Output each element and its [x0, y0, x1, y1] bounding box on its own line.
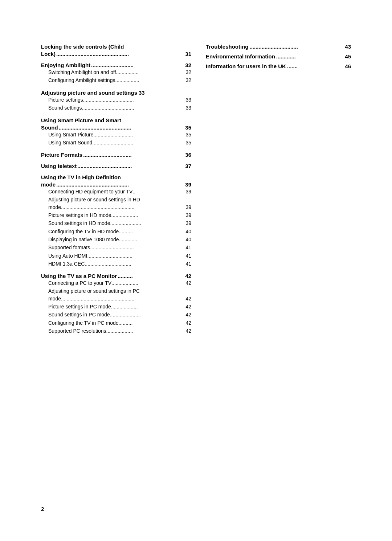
- hd-sub8-dots: ................................: [87, 252, 185, 260]
- smart-dots: ........................................…: [59, 124, 185, 131]
- environmental-page: 45: [345, 53, 351, 60]
- ambilight-sub2: Configuring Ambilight settings .........…: [41, 76, 191, 84]
- ambilight-heading: Enjoying Ambilight: [41, 62, 90, 68]
- pc-sub2-text1: Adjusting picture or sound settings in P…: [48, 287, 140, 295]
- hd-sub6-dots: .............: [119, 235, 186, 243]
- smart-sub1-dots: ............................: [93, 131, 185, 139]
- section-picture-formats: Picture Formats ........................…: [41, 152, 191, 158]
- section-troubleshooting: Troubleshooting ........................…: [206, 44, 351, 50]
- smart-heading-row2: Sound ..................................…: [41, 124, 191, 131]
- hd-sub9-text: HDMI 1.3a CEC: [48, 260, 85, 268]
- troubleshooting-heading: Troubleshooting: [206, 44, 249, 50]
- pc-sub4-dots: ......................: [110, 311, 186, 319]
- locking-heading-line2: Lock): [41, 51, 56, 57]
- smart-sub2-dots: .............................: [92, 139, 185, 147]
- pc-heading: Using the TV as a PC Monitor: [41, 273, 117, 279]
- section-pc-monitor: Using the TV as a PC Monitor .......... …: [41, 273, 191, 335]
- hd-sub4-dots: ......................: [110, 219, 185, 227]
- hd-sub9-page: 41: [185, 260, 191, 268]
- ambilight-sub2-text: Configuring Ambilight settings: [48, 76, 115, 84]
- hd-sub7: Supported formats ......................…: [41, 243, 191, 251]
- smart-sub2-text: Using Smart Sound: [48, 139, 92, 147]
- picture-sub1-text: Picture settings: [48, 96, 83, 104]
- picture-sound-heading-row: Adjusting picture and sound settings 33: [41, 90, 191, 96]
- pc-sub1-text: Connecting a PC to your TV: [48, 279, 111, 287]
- hd-heading-row2: mode ...................................…: [41, 181, 191, 188]
- pc-sub2-row1: Adjusting picture or sound settings in P…: [48, 287, 191, 295]
- hd-sub1-page: 39: [185, 188, 191, 196]
- hd-sub6: Displaying in native 1080 mode .........…: [41, 235, 191, 243]
- pc-sub6-dots: ...................: [106, 327, 186, 335]
- hd-sub3-text: Picture settings in HD mode: [48, 211, 111, 219]
- hd-sub4: Sound settings in HD mode ..............…: [41, 219, 191, 227]
- ambilight-sub2-page: 32: [185, 76, 191, 84]
- pc-sub3: Picture settings in PC mode ............…: [41, 303, 191, 311]
- pc-sub2-text2: mode: [48, 295, 61, 303]
- section-uk-info: Information for users in the UK ....... …: [206, 63, 351, 69]
- pc-sub4-text: Sound settings in PC mode: [48, 311, 110, 319]
- left-column: Locking the side controls (Child Lock) .…: [41, 44, 191, 495]
- picture-sub1: Picture settings .......................…: [41, 96, 191, 104]
- smart-sub2: Using Smart Sound ......................…: [41, 139, 191, 147]
- uk-info-dots: .......: [287, 63, 344, 69]
- pc-sub3-dots: ...................: [111, 303, 186, 311]
- smart-sub1: Using Smart Picture ....................…: [41, 131, 191, 139]
- pc-sub5-page: 42: [185, 319, 191, 327]
- pc-sub1-page: 42: [185, 279, 191, 287]
- section-teletext: Using teletext .........................…: [41, 163, 191, 169]
- picture-sub1-dots: ....................................: [83, 96, 186, 104]
- section-environmental: Environmental Information ............. …: [206, 53, 351, 60]
- hd-sub1: Connecting HD equipment to your TV .. 39: [41, 188, 191, 196]
- hd-sub2-text: Adjusting picture or sound settings in H…: [48, 196, 140, 204]
- right-column: Troubleshooting ........................…: [206, 44, 351, 495]
- section-picture-sound: Adjusting picture and sound settings 33 …: [41, 90, 191, 112]
- locking-heading: Locking the side controls (Child: [41, 44, 191, 50]
- picture-sound-page: 33: [139, 90, 145, 96]
- hd-sub9: HDMI 1.3a CEC ..........................…: [41, 260, 191, 268]
- hd-sub3-page: 39: [185, 211, 191, 219]
- picture-formats-page: 36: [185, 152, 191, 158]
- ambilight-sub1: Switching Ambilight on and off .........…: [41, 68, 191, 76]
- hd-sub8: Using Auto HDMI ........................…: [41, 252, 191, 260]
- hd-sub2-text2: mode: [48, 204, 61, 211]
- teletext-heading-row: Using teletext .........................…: [41, 163, 191, 169]
- hd-heading-line2: mode: [41, 181, 56, 188]
- page: Locking the side controls (Child Lock) .…: [0, 0, 392, 541]
- pc-sub2-row2: mode ...................................…: [48, 295, 191, 303]
- picture-formats-heading: Picture Formats: [41, 152, 82, 158]
- hd-dots: ........................................…: [56, 181, 184, 188]
- hd-sub8-text: Using Auto HDMI: [48, 252, 87, 260]
- hd-page: 39: [185, 181, 191, 188]
- picture-sound-heading: Adjusting picture and sound settings: [41, 90, 137, 96]
- sound-sub1: Sound settings .........................…: [41, 104, 191, 112]
- hd-heading-line1: Using the TV in High Definition: [41, 174, 121, 180]
- pc-sub4: Sound settings in PC mode ..............…: [41, 311, 191, 319]
- hd-sub1-dots: ..: [132, 188, 185, 196]
- troubleshooting-dots: ................................: [250, 44, 344, 50]
- pc-sub2-dots: ........................................…: [61, 295, 185, 303]
- ambilight-sub1-dots: ................: [116, 68, 186, 76]
- hd-sub2-row2: mode ...................................…: [48, 204, 191, 211]
- pc-sub5-dots: ..........: [119, 319, 186, 327]
- hd-sub2-row: Adjusting picture or sound settings in H…: [48, 196, 191, 204]
- teletext-heading: Using teletext: [41, 163, 77, 169]
- smart-sub1-text: Using Smart Picture: [48, 131, 93, 139]
- uk-info-page: 46: [345, 63, 351, 69]
- hd-sub2-page: 39: [185, 204, 191, 211]
- hd-sub7-page: 41: [185, 243, 191, 251]
- pc-sub1: Connecting a PC to your TV .............…: [41, 279, 191, 287]
- smart-sub1-page: 35: [185, 131, 191, 139]
- pc-sub6: Supported PC resolutions ...............…: [41, 327, 191, 335]
- hd-sub6-text: Displaying in native 1080 mode: [48, 235, 119, 243]
- environmental-heading: Environmental Information: [206, 53, 275, 60]
- picture-formats-dots: ................................: [83, 152, 184, 158]
- pc-page: 42: [185, 273, 191, 279]
- smart-heading-line1-wrap: Using Smart Picture and Smart: [41, 117, 191, 124]
- hd-sub1-text: Connecting HD equipment to your TV: [48, 188, 132, 196]
- sound-sub1-page: 33: [185, 104, 191, 112]
- pc-sub4-page: 42: [185, 311, 191, 319]
- pc-sub5: Configuring the TV in PC mode ..........…: [41, 319, 191, 327]
- hd-sub5-text: Configuring the TV in HD mode: [48, 228, 119, 235]
- troubleshooting-page: 43: [345, 44, 351, 50]
- picture-sub1-page: 33: [185, 96, 191, 104]
